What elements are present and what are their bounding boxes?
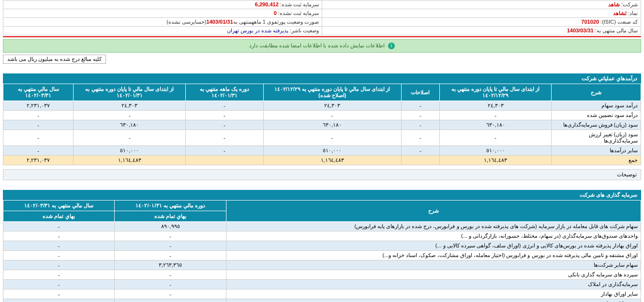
table-row: اوراق بهادار پذيرفته شده در بورس‌های كال… bbox=[3, 241, 641, 251]
fiscal-label: سال مالى منتهى به: bbox=[595, 28, 638, 33]
cell: ٢٤,٣٠٣ bbox=[74, 101, 186, 111]
cell: - bbox=[3, 146, 74, 156]
cell: - bbox=[3, 130, 74, 146]
cell: سرمايه‌گذاری در املاک bbox=[226, 280, 641, 289]
company-value: شاهد bbox=[608, 1, 620, 7]
cell: - bbox=[3, 111, 74, 120]
table-row: ذخيره كاهش ارزش-- bbox=[3, 299, 641, 302]
cell: - bbox=[3, 289, 115, 299]
cell: - bbox=[186, 120, 263, 130]
cell: ٣,٢٦٣,٣٦٥ bbox=[114, 260, 226, 270]
cell: - bbox=[439, 111, 552, 120]
cell: - bbox=[3, 120, 74, 130]
t2-h-period: دوره مالي منتهي به ١٤٠٢/٠١/٣١ bbox=[114, 201, 226, 211]
cell: سهام ساير شركت‌ها bbox=[226, 260, 641, 270]
cell: واحدهای صندوق‌های سرمايه‌گذاری (در سهام،… bbox=[226, 231, 641, 241]
isic-label: كد صنعت (ISIC): bbox=[600, 19, 638, 25]
cell bbox=[186, 156, 263, 165]
info-icon: i bbox=[388, 43, 395, 49]
cell: ساير اوراق بهادار bbox=[226, 289, 641, 299]
cell: - bbox=[186, 130, 263, 146]
table-row: سرمايه‌گذاری در املاک-- bbox=[3, 280, 641, 289]
cell: - bbox=[3, 270, 115, 280]
cell: - bbox=[3, 280, 115, 289]
cell: - bbox=[401, 120, 439, 130]
table-row: ساير اوراق بهادار-- bbox=[3, 289, 641, 299]
divider-red bbox=[3, 36, 641, 37]
cell: ٢٤,٣٠٣ bbox=[263, 101, 401, 111]
cell: - bbox=[263, 111, 401, 120]
cell: - bbox=[401, 130, 439, 146]
notes-bar-1: توضيحات bbox=[3, 169, 641, 180]
fiscal-value: 1403/03/31 bbox=[567, 28, 594, 33]
portfolio-suffix: منتهی به bbox=[233, 19, 252, 25]
cell: ٢٤,٣٠٣ bbox=[439, 101, 552, 111]
t1-header-1: از ابتدای سال مالي تا پایان دوره منتهي ب… bbox=[439, 84, 552, 101]
cell: - bbox=[114, 299, 226, 302]
cell: ذخيره كاهش ارزش bbox=[226, 299, 641, 302]
cell: اوراق مشتقه و تامين مالی پذيرفته شده در … bbox=[226, 251, 641, 260]
cell: - bbox=[3, 251, 115, 260]
cell: ٥١٠,٠٠٠ bbox=[74, 146, 186, 156]
cell: سود (زيان) فروش سرمايه‌گذاری‌ها bbox=[552, 120, 641, 130]
t1-header-4: دوره یک ماهه منتهي به ١٤٠٢/٠١/٣١ bbox=[186, 84, 263, 101]
table-row: اوراق مشتقه و تامين مالی پذيرفته شده در … bbox=[3, 251, 641, 260]
t1-header-3: از ابتدای سال مالي تا پایان دوره منتهي ب… bbox=[263, 84, 401, 101]
cell: ساير درآمدها bbox=[552, 146, 641, 156]
table-row: سپرده های سرمايه گذاری بانكی-- bbox=[3, 270, 641, 280]
cell: سپرده های سرمايه گذاری بانكی bbox=[226, 270, 641, 280]
table-row: سهام ساير شركت‌ها٣,٢٦٣,٣٦٥- bbox=[3, 260, 641, 270]
symbol-value: ثشاهد bbox=[613, 10, 627, 16]
cell: - bbox=[186, 146, 263, 156]
portfolio-date: 1403/01/31 bbox=[207, 19, 233, 25]
company-info-table: شركت: شاهد سرمايه ثبت شده: 6,290,412 نما… bbox=[3, 0, 641, 35]
table-row: سود (زيان) فروش سرمايه‌گذاری‌ها٦٣٠,١٨٠-٦… bbox=[3, 120, 641, 130]
reg-cap-label: سرمايه ثبت شده: bbox=[280, 1, 319, 7]
publisher-label: وضعیت ناشر: bbox=[290, 28, 319, 33]
confirmation-banner: i اطلاعات نمایش داده شده با اطلاعات امضا… bbox=[3, 39, 641, 53]
symbol-label: نماد: bbox=[628, 10, 638, 16]
table-row: جمع١,١٦٤,٤٨٣١,١٦٤,٤٨٣١,١٦٤,٤٨٣٢,٢٣١,٠٣٧ bbox=[3, 156, 641, 165]
confirmation-text: اطلاعات نمایش داده شده با اطلاعات امضا ش… bbox=[249, 43, 385, 48]
cell: - bbox=[114, 241, 226, 251]
table-row: ساير درآمدها٥١٠,٠٠٠-٥١٠,٠٠٠-٥١٠,٠٠٠- bbox=[3, 146, 641, 156]
cell: - bbox=[114, 251, 226, 260]
cell: - bbox=[263, 130, 401, 146]
cell: - bbox=[114, 280, 226, 289]
company-label: شركت: bbox=[621, 1, 638, 7]
cell: ٨٩٠,٩٩٥ bbox=[114, 222, 226, 231]
cell: ٢,٢٣١,٠٣٧ bbox=[3, 156, 74, 165]
cell: درآمد سود سهام bbox=[552, 101, 641, 111]
cell: ٥١٠,٠٠٠ bbox=[439, 146, 552, 156]
cell: - bbox=[3, 260, 115, 270]
t1-header-5: از ابتدای سال مالي تا پایان دوره منتهي ب… bbox=[74, 84, 186, 101]
cell: - bbox=[3, 231, 115, 241]
isic-value: 701020 bbox=[581, 19, 599, 25]
cell: سود (زيان) تغيير ارزش سرمايه‌گذاری‌ها bbox=[552, 130, 641, 146]
reg-cap-value: 6,290,412 bbox=[255, 1, 279, 7]
currency-note: كليه مبالغ درج شده به ميليون ريال مى باش… bbox=[3, 55, 106, 64]
cell: درآمد سود تضمين شده bbox=[552, 111, 641, 120]
cell: جمع bbox=[552, 156, 641, 165]
t2-h-desc: شرح bbox=[226, 201, 641, 222]
cell: اوراق بهادار پذيرفته شده در بورس‌های كال… bbox=[226, 241, 641, 251]
cell: - bbox=[401, 101, 439, 111]
cell: ١,١٦٤,٤٨٣ bbox=[263, 156, 401, 165]
cell: - bbox=[114, 270, 226, 280]
cell: ١,١٦٤,٤٨٣ bbox=[439, 156, 552, 165]
t1-header-0: شرح bbox=[552, 84, 641, 101]
publisher-value: پذيرفته شده در بورس تهران bbox=[227, 28, 288, 33]
section1-header: درآمدهاي عملياتي شركت bbox=[3, 73, 641, 84]
cell: - bbox=[186, 111, 263, 120]
cell: ٦٣٠,١٨٠ bbox=[263, 120, 401, 130]
t1-header-2: اصلاحات bbox=[401, 84, 439, 101]
cell: ٥١٠,٠٠٠ bbox=[263, 146, 401, 156]
cell: ٢,٢٣١,٠٣٧ bbox=[3, 101, 74, 111]
cell: - bbox=[439, 130, 552, 146]
table-row: سود (زيان) تغيير ارزش سرمايه‌گذاری‌ها---… bbox=[3, 130, 641, 146]
t2-h-cost1: بهاي تمام شده bbox=[114, 211, 226, 222]
investments-table: شرح دوره مالي منتهي به ١٤٠٢/٠١/٣١ سال ما… bbox=[3, 200, 641, 302]
cell: - bbox=[3, 299, 115, 302]
cell: ٦٣٠,١٨٠ bbox=[439, 120, 552, 130]
table-row: واحدهای صندوق‌های سرمايه‌گذاری (در سهام،… bbox=[3, 231, 641, 241]
